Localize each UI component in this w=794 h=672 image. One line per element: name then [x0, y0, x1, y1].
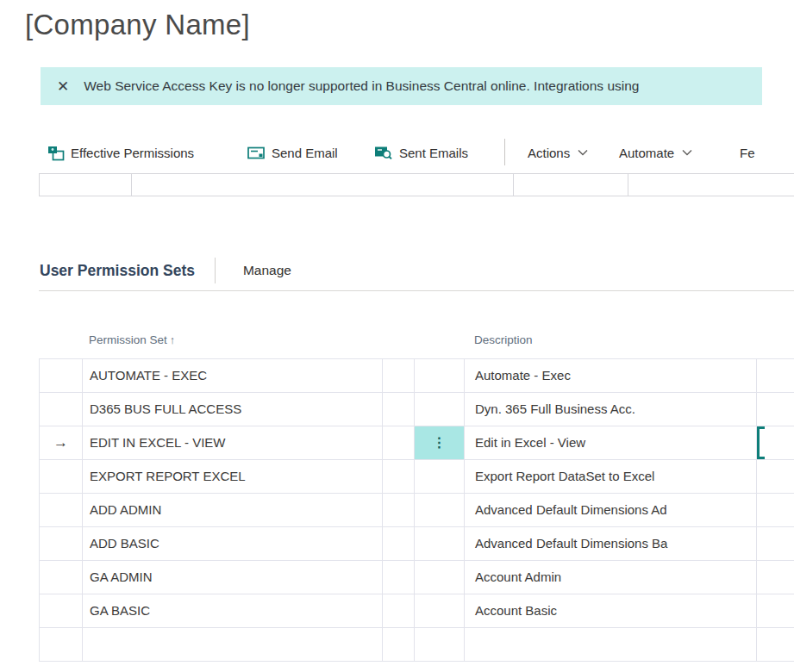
clipped-cell[interactable] [757, 359, 794, 392]
clipped-cell[interactable] [757, 561, 794, 594]
table-row[interactable]: GA ADMIN Account Admin [40, 561, 794, 594]
table-row[interactable]: GA BASIC Account Basic [40, 594, 794, 628]
column-header-description[interactable]: Description [474, 333, 533, 346]
empty-grid-strip [39, 173, 794, 196]
automate-menu[interactable]: Automate [619, 136, 692, 169]
send-email-button[interactable]: Send Email [247, 136, 338, 169]
row-ellipsis-menu[interactable]: ⋮ [415, 426, 465, 459]
permission-set-cell[interactable]: EXPORT REPORT EXCEL [83, 460, 383, 493]
table-row[interactable]: ADD BASIC Advanced Default Dimensions Ba [40, 527, 794, 561]
row-selector-cell[interactable]: → [40, 426, 83, 459]
permission-set-header-label: Permission Set [89, 333, 167, 346]
clipped-cell[interactable] [757, 628, 794, 661]
empty-grid-cell[interactable] [40, 174, 132, 196]
row-menu-cell[interactable] [415, 393, 465, 426]
notification-message: Web Service Access Key is no longer supp… [84, 78, 639, 94]
row-selector-cell[interactable] [40, 494, 83, 526]
spacer-cell [383, 426, 415, 459]
selected-row-arrow-icon: → [53, 434, 68, 451]
permission-set-cell[interactable] [83, 628, 383, 661]
action-toolbar: Effective Permissions Send Email Sent Em… [0, 136, 756, 169]
sent-emails-icon [374, 145, 393, 160]
spacer-cell [383, 527, 415, 560]
fewer-options-menu-clipped[interactable]: Fe [740, 136, 755, 169]
description-cell[interactable]: Account Basic [465, 594, 757, 627]
spacer-cell [383, 494, 415, 526]
clipped-cell[interactable] [757, 494, 794, 526]
permission-set-cell[interactable]: AUTOMATE - EXEC [83, 359, 383, 392]
row-menu-cell[interactable] [415, 460, 465, 493]
effective-permissions-label: Effective Permissions [71, 146, 194, 160]
clipped-cell[interactable] [757, 460, 794, 493]
send-email-label: Send Email [272, 146, 338, 160]
row-selector-cell[interactable] [40, 594, 83, 627]
section-title: User Permission Sets [40, 262, 195, 280]
sent-emails-button[interactable]: Sent Emails [374, 136, 468, 169]
actions-menu-label: Actions [528, 146, 570, 160]
section-header: User Permission Sets Manage [40, 256, 291, 285]
close-icon[interactable]: ✕ [55, 78, 71, 96]
toolbar-divider [504, 139, 505, 165]
effective-permissions-icon [47, 145, 65, 161]
description-cell[interactable]: Dyn. 365 Full Business Acc. [465, 393, 757, 426]
spacer-cell [383, 460, 415, 493]
row-selector-cell[interactable] [40, 393, 83, 426]
permission-set-cell[interactable]: EDIT IN EXCEL - VIEW [83, 426, 383, 459]
column-header-permission-set[interactable]: Permission Set ↑ [89, 333, 175, 346]
row-selector-cell[interactable] [40, 359, 83, 392]
empty-grid-cell[interactable] [514, 174, 628, 196]
table-row[interactable]: D365 BUS FULL ACCESS Dyn. 365 Full Busin… [40, 393, 794, 426]
description-cell[interactable]: Advanced Default Dimensions Ba [465, 527, 757, 560]
permission-set-cell[interactable]: ADD BASIC [83, 527, 383, 560]
table-row[interactable]: ADD ADMIN Advanced Default Dimensions Ad [40, 494, 794, 527]
description-cell[interactable]: Edit in Excel - View [465, 426, 757, 459]
row-menu-cell[interactable] [415, 628, 465, 661]
spacer-cell [383, 561, 415, 594]
description-cell[interactable]: Account Admin [465, 561, 757, 594]
effective-permissions-button[interactable]: Effective Permissions [47, 136, 194, 169]
section-divider [215, 258, 216, 283]
spacer-cell [383, 393, 415, 426]
notification-bar: ✕ Web Service Access Key is no longer su… [41, 67, 762, 105]
permission-set-cell[interactable]: GA ADMIN [83, 561, 383, 594]
automate-menu-label: Automate [619, 146, 674, 160]
send-email-icon [247, 146, 266, 160]
permission-set-cell[interactable]: ADD ADMIN [83, 494, 383, 526]
section-rule [39, 290, 794, 291]
user-permission-sets-table: AUTOMATE - EXEC Automate - Exec D365 BUS… [39, 358, 794, 662]
cell-focus-border [757, 426, 765, 459]
page-title: [Company Name] [25, 9, 250, 41]
table-row[interactable]: AUTOMATE - EXEC Automate - Exec [40, 359, 794, 393]
sent-emails-label: Sent Emails [399, 146, 468, 160]
empty-grid-cell[interactable] [628, 174, 794, 196]
permission-set-cell[interactable]: D365 BUS FULL ACCESS [83, 393, 383, 426]
description-cell[interactable]: Automate - Exec [465, 359, 757, 392]
row-selector-cell[interactable] [40, 460, 83, 493]
row-menu-cell[interactable] [415, 561, 465, 594]
description-cell[interactable] [465, 628, 757, 661]
table-column-headers: Permission Set ↑ Description [39, 332, 794, 351]
row-selector-cell[interactable] [40, 527, 83, 560]
clipped-cell[interactable] [757, 527, 794, 560]
permission-set-cell[interactable]: GA BASIC [83, 594, 383, 627]
row-menu-cell[interactable] [415, 594, 465, 627]
clipped-cell-focused[interactable] [757, 426, 794, 459]
actions-menu[interactable]: Actions [528, 136, 588, 169]
vertical-ellipsis-icon: ⋮ [433, 436, 447, 450]
table-row-empty[interactable] [40, 628, 794, 662]
row-menu-cell[interactable] [415, 359, 465, 392]
table-row[interactable]: EXPORT REPORT EXCEL Export Report DataSe… [40, 460, 794, 494]
description-cell[interactable]: Advanced Default Dimensions Ad [465, 494, 757, 526]
empty-grid-cell[interactable] [132, 174, 514, 196]
table-row-selected[interactable]: → EDIT IN EXCEL - VIEW ⋮ Edit in Excel -… [40, 426, 794, 460]
description-cell[interactable]: Export Report DataSet to Excel [465, 460, 757, 493]
row-selector-cell[interactable] [40, 628, 83, 661]
manage-menu[interactable]: Manage [243, 263, 291, 278]
row-selector-cell[interactable] [40, 561, 83, 594]
clipped-cell[interactable] [757, 393, 794, 426]
row-menu-cell[interactable] [415, 527, 465, 560]
row-menu-cell[interactable] [415, 494, 465, 526]
spacer-cell [383, 359, 415, 392]
chevron-down-icon [682, 149, 692, 156]
clipped-cell[interactable] [757, 594, 794, 627]
